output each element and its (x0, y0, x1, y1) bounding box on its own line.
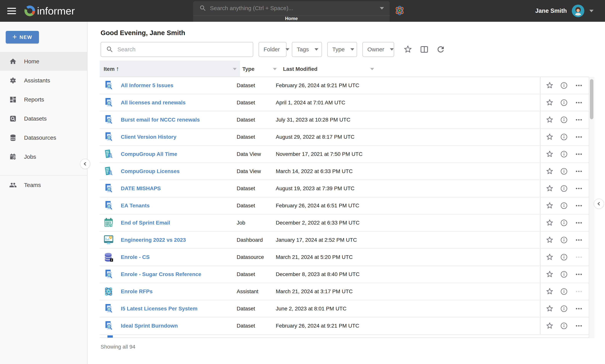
more-button[interactable] (575, 202, 583, 209)
item-link[interactable]: Engineering 2022 vs 2023 (121, 232, 186, 248)
sidebar-item-jobs[interactable]: Jobs (0, 147, 87, 166)
type-filter-dropdown[interactable]: Type (327, 42, 357, 57)
info-button[interactable] (560, 116, 568, 124)
scrollbar-track[interactable] (589, 77, 594, 338)
chevron-down-icon[interactable] (589, 10, 593, 12)
folder-filter-dropdown[interactable]: Folder (259, 42, 287, 57)
item-link[interactable]: Client Version History (121, 129, 176, 145)
table-row[interactable]: All Informer 5 Issues Dataset February 2… (100, 77, 589, 94)
table-row[interactable]: All licenses and renewals Dataset April … (100, 94, 589, 111)
favorite-button[interactable] (546, 288, 553, 295)
favorite-button[interactable] (546, 322, 553, 330)
favorite-button[interactable] (546, 82, 553, 89)
table-row[interactable]: Engineering 2022 vs 2023 Dashboard Janua… (100, 232, 589, 249)
table-row[interactable]: Enrole - Sugar Cross Reference Dataset D… (100, 266, 589, 283)
info-button[interactable] (560, 150, 568, 158)
assistant-atom-icon[interactable] (394, 5, 405, 16)
table-row[interactable]: Client Version History Dataset August 29… (100, 129, 589, 146)
column-header-item[interactable]: Item (104, 66, 115, 72)
info-button[interactable] (560, 305, 568, 312)
sidebar-item-teams[interactable]: Teams (0, 176, 87, 195)
table-row[interactable]: I5 Latest Licenses Per System Dataset Ju… (100, 300, 589, 317)
search-scope-tab-home[interactable]: Home (193, 16, 390, 21)
chevron-down-icon[interactable] (233, 68, 237, 70)
item-link[interactable]: DATE MISHAPS (121, 180, 161, 197)
item-link[interactable]: Enrole - Sugar Cross Reference (121, 266, 201, 283)
table-row[interactable]: Burst email for NCCC renewals Dataset Ju… (100, 111, 589, 129)
avatar[interactable] (572, 5, 584, 17)
table-row[interactable]: End of Sprint Email Job December 2, 2022… (100, 214, 589, 232)
info-button[interactable] (560, 185, 568, 192)
more-button[interactable] (575, 185, 583, 192)
info-button[interactable] (560, 271, 568, 278)
item-link[interactable]: All licenses and renewals (121, 94, 185, 111)
info-button[interactable] (560, 168, 568, 175)
owner-filter-dropdown[interactable]: Owner (362, 42, 394, 57)
favorites-filter-star-icon[interactable] (403, 44, 413, 54)
table-row[interactable]: Ideal Sprint Burndown Dataset February 2… (100, 317, 589, 335)
item-link[interactable]: I5 Latest Licenses Per System (121, 300, 197, 317)
table-row[interactable]: EA Tenants Dataset February 26, 2024 at … (100, 197, 589, 214)
more-button[interactable] (575, 236, 583, 244)
global-search-input[interactable] (210, 5, 380, 12)
more-button[interactable] (575, 116, 583, 124)
info-button[interactable] (560, 133, 568, 141)
list-search-input[interactable] (117, 46, 249, 53)
item-link[interactable]: CompuGroup Licenses (121, 163, 180, 180)
more-button[interactable] (575, 322, 583, 330)
favorite-button[interactable] (546, 99, 553, 106)
table-row[interactable]: Enrole RFPs Assistant March 21, 2024 at … (100, 283, 589, 300)
favorite-button[interactable] (546, 236, 553, 244)
favorite-button[interactable] (546, 168, 553, 175)
info-button[interactable] (560, 288, 568, 295)
favorite-button[interactable] (546, 305, 553, 312)
sidebar-item-datasources[interactable]: Datasources (0, 128, 87, 147)
item-link[interactable]: EA Tenants (121, 197, 150, 214)
table-row[interactable]: Enrole - CS Datasource March 21, 2024 at… (100, 249, 589, 266)
column-header-last-modified[interactable]: Last Modified (283, 66, 317, 72)
more-button[interactable] (575, 99, 583, 106)
favorite-button[interactable] (546, 253, 553, 261)
sidebar-item-home[interactable]: Home (0, 52, 87, 71)
favorite-button[interactable] (546, 133, 553, 141)
info-button[interactable] (560, 82, 568, 89)
more-button[interactable] (575, 253, 583, 261)
column-header-type[interactable]: Type (242, 66, 254, 72)
info-button[interactable] (560, 219, 568, 227)
item-link[interactable]: End of Sprint Email (121, 214, 170, 231)
favorite-button[interactable] (546, 185, 553, 192)
more-button[interactable] (575, 168, 583, 175)
new-button[interactable]: + NEW (6, 31, 39, 43)
item-link[interactable]: All Informer 5 Issues (121, 77, 173, 94)
favorite-button[interactable] (546, 271, 553, 278)
more-button[interactable] (575, 219, 583, 227)
sort-ascending-icon[interactable]: ↑ (116, 65, 119, 72)
chevron-down-icon[interactable] (273, 68, 277, 70)
hamburger-menu-icon[interactable] (7, 6, 16, 15)
favorite-button[interactable] (546, 219, 553, 227)
info-button[interactable] (560, 322, 568, 330)
refresh-icon[interactable] (436, 44, 446, 54)
info-button[interactable] (560, 99, 568, 106)
chevron-down-icon[interactable] (370, 68, 374, 70)
favorite-button[interactable] (546, 116, 553, 124)
chevron-down-icon[interactable] (380, 7, 384, 10)
sidebar-item-reports[interactable]: Reports (0, 90, 87, 109)
columns-view-icon[interactable] (419, 44, 429, 54)
item-link[interactable]: Ideal Sprint Burndown (121, 317, 178, 334)
info-button[interactable] (560, 253, 568, 261)
table-row[interactable]: CompuGroup Licenses Data View March 14, … (100, 163, 589, 180)
more-button[interactable] (575, 150, 583, 158)
more-button[interactable] (575, 82, 583, 89)
item-link[interactable]: Enrole - CS (121, 249, 150, 266)
item-link[interactable]: Burst email for NCCC renewals (121, 111, 200, 128)
sidebar-collapse-button[interactable] (80, 159, 90, 169)
right-panel-collapse-button[interactable] (594, 199, 604, 209)
scrollbar-thumb[interactable] (590, 79, 593, 119)
user-menu[interactable]: Jane Smith (535, 0, 593, 22)
table-row[interactable]: DATE MISHAPS Dataset August 19, 2023 at … (100, 180, 589, 197)
sidebar-item-assistants[interactable]: Assistants (0, 71, 87, 90)
table-row[interactable]: CompuGroup All Time Data View November 1… (100, 146, 589, 163)
favorite-button[interactable] (546, 202, 553, 209)
more-button[interactable] (575, 271, 583, 278)
